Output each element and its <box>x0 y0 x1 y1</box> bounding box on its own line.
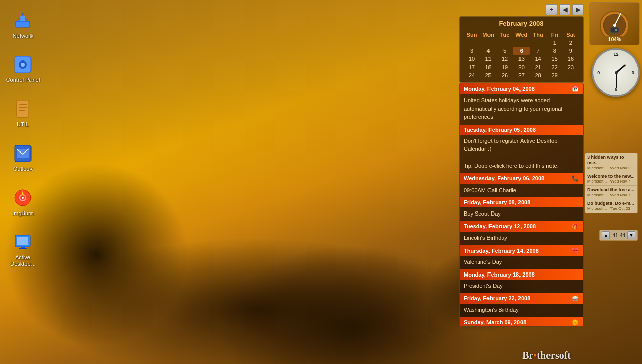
add-event-button[interactable]: + <box>546 4 557 15</box>
desktop-icon-control-panel[interactable]: Control Panel <box>5 54 41 83</box>
calendar-header-row: SunMonTueWedThuFriSat <box>464 31 579 39</box>
event-content: Lincoln's Birthday <box>460 232 583 246</box>
calendar-widget: February 2008 SunMonTueWedThuFriSat 1234… <box>459 16 584 83</box>
calendar-day[interactable]: 25 <box>480 71 497 79</box>
svg-point-8 <box>21 63 25 67</box>
calendar-week-row: 12 <box>464 39 579 47</box>
calendar-day[interactable]: 14 <box>530 55 546 63</box>
calendar-day[interactable]: 15 <box>546 55 563 63</box>
calendar-day[interactable]: 6 <box>513 47 530 55</box>
calendar-day[interactable]: 9 <box>563 47 579 55</box>
news-title: 3 hidden ways to use... <box>587 155 635 166</box>
event-content: President's Day <box>460 280 583 293</box>
event-date-text: Thursday, February 14, 2008 <box>464 248 539 254</box>
news-item[interactable]: 3 hidden ways to use... Microsoft... Wed… <box>585 153 637 172</box>
calendar-day[interactable]: 22 <box>546 63 563 71</box>
news-item[interactable]: Download the free a... Microsoft... Wed … <box>585 186 637 199</box>
event-date-header[interactable]: Friday, February 22, 2008🥁 <box>460 293 583 304</box>
calendar-day[interactable]: 13 <box>513 55 530 63</box>
gauge-percent-label: 104% <box>608 37 621 42</box>
svg-point-3 <box>22 13 24 15</box>
desktop-icon-imgburn[interactable]: ImgBurn <box>5 188 41 217</box>
clock-face: 12 3 6 9 <box>593 50 638 95</box>
calendar-day[interactable]: 1 <box>546 39 563 47</box>
svg-line-4 <box>18 18 20 21</box>
svg-point-25 <box>613 24 616 27</box>
calendar-day[interactable]: 28 <box>530 71 546 79</box>
calendar-day[interactable]: 18 <box>480 63 497 71</box>
event-date-header[interactable]: Thursday, February 14, 2008🎀 <box>460 245 583 256</box>
next-month-button[interactable]: ▶ <box>572 4 584 15</box>
svg-point-17 <box>22 197 24 199</box>
calendar-day[interactable]: 19 <box>497 63 513 71</box>
util-label: UTIL <box>17 121 29 128</box>
count-down-button[interactable]: ▼ <box>627 231 635 239</box>
clock-minute-hand <box>616 73 617 89</box>
news-item[interactable]: Do budgets. Do e-m... Microsoft... Tue O… <box>585 199 637 213</box>
calendar-day[interactable]: 4 <box>480 47 497 55</box>
calendar-day[interactable]: 20 <box>513 63 530 71</box>
calendar-day[interactable]: 3 <box>464 47 480 55</box>
desktop-icon-outlook[interactable]: Outlook <box>5 143 41 172</box>
calendar-day[interactable]: 24 <box>464 71 480 79</box>
gauge-svg <box>594 5 635 36</box>
control-panel-label: Control Panel <box>6 77 40 83</box>
event-date-header[interactable]: Wednesday, February 06, 2008📞 <box>460 173 583 184</box>
event-date-header[interactable]: Tuesday, February 05, 2008 <box>460 125 583 135</box>
news-meta: Microsoft... Tue Oct 23 <box>587 206 635 211</box>
calendar-day[interactable]: 21 <box>530 63 546 71</box>
desktop-icon-util[interactable]: UTIL <box>5 99 41 128</box>
event-content: Valentine's Day <box>460 256 583 269</box>
event-type-icon: 📞 <box>572 175 579 182</box>
calendar-day[interactable]: 2 <box>563 39 579 47</box>
calendar-day-header: Tue <box>497 31 513 39</box>
event-date-header[interactable]: Tuesday, February 12, 2008🎁 <box>460 221 583 232</box>
event-date-header[interactable]: Friday, February 08, 2008 <box>460 197 583 207</box>
event-content: Don't forget to register Active Desktop … <box>460 135 583 173</box>
brothersoft-dot: • <box>533 350 537 361</box>
calendar-day <box>513 39 530 47</box>
calendar-day[interactable]: 23 <box>563 63 579 71</box>
calendar-day[interactable]: 10 <box>464 55 480 63</box>
news-title: Welcome to the new... <box>587 174 635 179</box>
event-date-text: Sunday, March 09, 2008 <box>464 319 526 325</box>
svg-rect-26 <box>610 27 619 33</box>
count-value: 41-44 <box>610 233 627 238</box>
event-date-header[interactable]: Monday, February 04, 2008📅 <box>460 83 583 94</box>
desktop-icon-container: Network Control Panel UTIL <box>0 0 46 364</box>
event-date-text: Friday, February 08, 2008 <box>464 199 530 205</box>
calendar-day[interactable]: 17 <box>464 63 480 71</box>
calendar-toolbar: + ◀ ▶ <box>459 4 584 15</box>
calendar-week-row: 17181920212223 <box>464 63 579 71</box>
calendar-day[interactable]: 11 <box>480 55 497 63</box>
news-title: Do budgets. Do e-m... <box>587 201 635 206</box>
prev-month-button[interactable]: ◀ <box>559 4 570 15</box>
event-type-icon: 🎀 <box>572 247 579 254</box>
calendar-day[interactable]: 8 <box>546 47 563 55</box>
news-item[interactable]: Welcome to the new... Microsoft... Wed N… <box>585 172 637 186</box>
svg-rect-20 <box>21 247 25 248</box>
event-type-icon: 📅 <box>572 85 579 92</box>
desktop-icon-active-desktop[interactable]: Active Desktop... <box>5 232 41 267</box>
event-date-header[interactable]: Monday, February 18, 2008 <box>460 269 583 280</box>
calendar-day[interactable]: 29 <box>546 71 563 79</box>
outlook-label: Outlook <box>13 166 33 172</box>
count-up-button[interactable]: ▲ <box>602 231 610 239</box>
calendar-day[interactable]: 27 <box>513 71 530 79</box>
svg-rect-19 <box>17 237 28 245</box>
analog-clock-widget: 12 3 6 9 <box>592 48 640 97</box>
clock-num-9: 9 <box>597 70 600 75</box>
calendar-day[interactable]: 12 <box>497 55 513 63</box>
far-right-widgets: 104% 12 3 6 9 <box>584 0 642 97</box>
calendar-day[interactable]: 7 <box>530 47 546 55</box>
svg-rect-0 <box>16 21 30 27</box>
event-date-text: Monday, February 04, 2008 <box>464 86 535 92</box>
event-date-header[interactable]: Sunday, March 09, 2008🌞 <box>460 317 583 327</box>
calendar-day[interactable]: 16 <box>563 55 579 63</box>
calendar-day[interactable]: 26 <box>497 71 513 79</box>
calendar-day[interactable]: 5 <box>497 47 513 55</box>
calendar-day <box>464 39 480 47</box>
count-control[interactable]: ▲ 41-44 ▼ <box>599 230 638 241</box>
desktop-icon-network[interactable]: Network <box>5 10 41 39</box>
events-panel[interactable]: Monday, February 04, 2008📅United States … <box>459 83 584 327</box>
